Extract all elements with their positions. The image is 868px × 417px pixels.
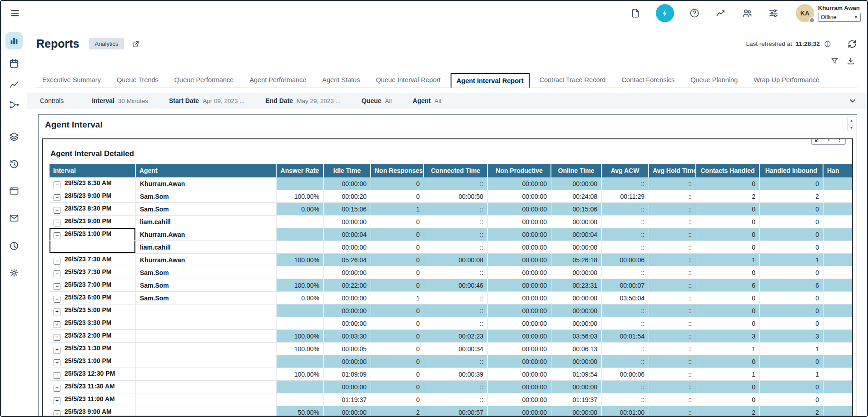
metric-cell[interactable]: 00:00:00 xyxy=(551,304,602,317)
history-icon[interactable] xyxy=(8,158,20,170)
tab-queue-interval-report[interactable]: Queue Interval Report xyxy=(370,72,446,88)
collapse-row-icon[interactable]: − xyxy=(54,270,60,277)
filter-icon[interactable] xyxy=(830,57,839,66)
metric-cell[interactable]: 0 xyxy=(696,203,760,216)
metric-cell[interactable]: :: xyxy=(602,317,649,330)
metric-cell[interactable]: 0 xyxy=(371,381,424,393)
metric-cell[interactable]: 0 xyxy=(371,317,424,330)
metric-cell[interactable]: 00:06:13 xyxy=(551,343,602,355)
metric-cell[interactable]: 00:00:46 xyxy=(424,279,488,292)
info-icon[interactable] xyxy=(823,40,832,48)
metric-cell[interactable]: 00:00:05 xyxy=(324,343,371,355)
metric-cell[interactable]: 100.00% xyxy=(277,190,324,203)
agent-cell[interactable]: liam.cahill xyxy=(136,216,277,228)
expand-row-icon[interactable]: + xyxy=(54,397,60,404)
metric-cell[interactable]: :: xyxy=(649,228,696,241)
metric-cell[interactable]: 0 xyxy=(371,368,424,381)
metric-cell[interactable]: 00:00:00 xyxy=(324,292,371,304)
column-header[interactable]: Non Productive xyxy=(488,164,551,177)
users-icon[interactable] xyxy=(741,7,753,19)
metric-cell[interactable]: 0 xyxy=(760,304,823,317)
column-header[interactable]: Online Time xyxy=(551,164,602,177)
metric-cell[interactable]: 00:00:00 xyxy=(324,317,371,330)
metric-cell[interactable]: 00:00:00 xyxy=(488,279,551,292)
expand-row-icon[interactable]: + xyxy=(54,321,60,328)
interval-cell[interactable]: −28/5/23 9:00 PM xyxy=(50,190,136,203)
metric-cell[interactable]: :: xyxy=(424,266,488,279)
metric-cell[interactable]: 0 xyxy=(760,381,823,393)
metric-cell[interactable]: 0 xyxy=(371,216,424,228)
metric-cell[interactable]: 00:00:50 xyxy=(424,190,488,203)
metric-cell[interactable]: 00:00:00 xyxy=(551,241,602,254)
metric-cell[interactable]: 0 xyxy=(760,292,823,304)
metric-cell[interactable]: 2 xyxy=(760,190,823,203)
tab-wrap-up-performance[interactable]: Wrap-Up Performance xyxy=(748,72,825,88)
metric-cell[interactable]: 00:00:00 xyxy=(324,216,371,228)
metric-cell[interactable] xyxy=(823,381,853,393)
metric-cell[interactable]: :: xyxy=(424,216,488,228)
metric-cell[interactable]: 00:00:00 xyxy=(488,241,551,254)
expand-row-icon[interactable]: + xyxy=(54,385,60,392)
mail-icon[interactable] xyxy=(8,212,20,224)
metric-cell[interactable]: 00:00:00 xyxy=(488,368,551,381)
filter-start-date[interactable]: Start Date Apr 09, 2023 ... xyxy=(169,97,244,104)
interval-cell[interactable]: +25/5/23 11:00 AM xyxy=(50,393,136,406)
metric-cell[interactable]: :: xyxy=(649,355,696,368)
agent-cell[interactable]: Sam.Som xyxy=(136,190,277,203)
metric-cell[interactable]: :: xyxy=(424,177,488,190)
metric-cell[interactable]: 0 xyxy=(760,355,823,368)
metric-cell[interactable]: 03:50:04 xyxy=(602,292,649,304)
metric-cell[interactable]: :: xyxy=(602,241,649,254)
metric-cell[interactable] xyxy=(823,216,853,228)
expand-row-icon[interactable]: + xyxy=(54,309,60,315)
metric-cell[interactable]: :: xyxy=(649,343,696,355)
metric-cell[interactable]: 0 xyxy=(371,190,424,203)
metric-cell[interactable]: 00:00:57 xyxy=(424,406,488,416)
filter-agent[interactable]: Agent All xyxy=(413,97,441,104)
metric-cell[interactable]: 00:15:06 xyxy=(551,203,602,216)
metric-cell[interactable]: :: xyxy=(649,279,696,292)
agent-cell[interactable]: liam.cahill xyxy=(136,241,277,254)
expand-row-icon[interactable]: + xyxy=(54,334,60,341)
metric-cell[interactable] xyxy=(823,254,853,266)
metric-cell[interactable]: 1 xyxy=(760,343,823,355)
metric-cell[interactable] xyxy=(277,241,324,254)
metric-cell[interactable]: 00:00:00 xyxy=(488,216,551,228)
metric-cell[interactable]: 01:19:37 xyxy=(324,393,371,406)
metric-cell[interactable]: 0 xyxy=(760,266,823,279)
interval-cell[interactable]: +25/5/23 5:00 PM xyxy=(50,304,136,317)
metric-cell[interactable]: 1 xyxy=(696,254,760,266)
tab-executive-summary[interactable]: Executive Summary xyxy=(36,72,107,88)
metric-cell[interactable]: 00:00:00 xyxy=(488,304,551,317)
interval-cell[interactable]: +25/5/23 9:00 AM xyxy=(50,406,136,416)
metric-cell[interactable]: 0 xyxy=(696,317,760,330)
metric-cell[interactable]: 00:00:04 xyxy=(551,228,602,241)
metric-cell[interactable]: :: xyxy=(649,266,696,279)
agent-cell[interactable] xyxy=(136,317,277,330)
metric-cell[interactable] xyxy=(277,381,324,393)
metric-cell[interactable]: 1 xyxy=(696,343,760,355)
metric-cell[interactable]: 00:01:54 xyxy=(602,330,649,343)
metric-cell[interactable]: 0 xyxy=(371,228,424,241)
filter-end-date[interactable]: End Date May 29, 2023 ... xyxy=(265,97,341,104)
metric-cell[interactable]: 00:00:07 xyxy=(602,279,649,292)
tab-queue-performance[interactable]: Queue Performance xyxy=(169,72,240,88)
metric-cell[interactable]: :: xyxy=(424,355,488,368)
metric-cell[interactable]: 0 xyxy=(371,330,424,343)
metric-cell[interactable] xyxy=(277,355,324,368)
collapse-row-icon[interactable]: − xyxy=(54,182,60,188)
column-header[interactable]: Answer Rate xyxy=(277,164,324,177)
layers-icon[interactable] xyxy=(8,131,20,142)
metric-cell[interactable] xyxy=(277,177,324,190)
metric-cell[interactable]: :: xyxy=(602,216,649,228)
agent-cell[interactable]: Sam.Som xyxy=(136,279,277,292)
metric-cell[interactable]: 2 xyxy=(696,190,760,203)
metric-cell[interactable]: :: xyxy=(602,393,649,406)
metric-cell[interactable]: :: xyxy=(602,228,649,241)
metric-cell[interactable]: 00:00:00 xyxy=(551,266,602,279)
help-icon[interactable] xyxy=(689,7,700,19)
filter-queue[interactable]: Queue All xyxy=(362,97,392,104)
metric-cell[interactable]: 00:00:39 xyxy=(424,368,488,381)
interval-cell[interactable]: −25/5/23 7:30 PM xyxy=(50,266,136,279)
metric-cell[interactable] xyxy=(823,279,853,292)
